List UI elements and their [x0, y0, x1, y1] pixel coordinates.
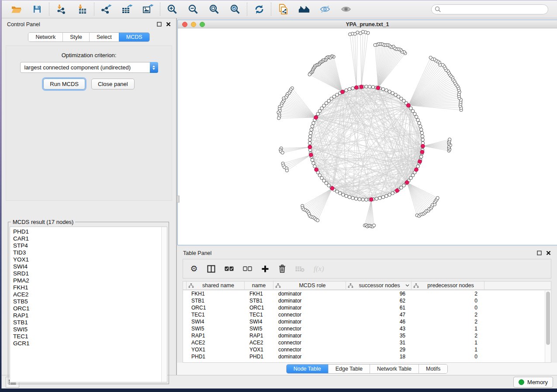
network-leaf-node[interactable] — [316, 219, 319, 222]
table-row[interactable]: RAP1RAP1dominator352 — [183, 332, 545, 339]
network-node[interactable] — [391, 92, 394, 95]
cell-name[interactable]: YOX1 — [245, 347, 273, 353]
cell-successor-nodes[interactable]: 43 — [346, 326, 412, 332]
mcds-hub-node[interactable] — [360, 85, 363, 89]
network-node[interactable] — [313, 165, 317, 168]
column-header-name[interactable]: name — [245, 282, 273, 289]
window-maximize-icon[interactable] — [200, 22, 205, 27]
mcds-result-item[interactable]: RAP1 — [13, 312, 167, 319]
network-node[interactable] — [421, 138, 425, 141]
cell-successor-nodes[interactable]: 61 — [346, 305, 412, 311]
network-node[interactable] — [316, 112, 320, 116]
network-graph[interactable] — [178, 28, 557, 245]
network-leaf-node[interactable] — [374, 44, 377, 47]
cell-predecessor-nodes[interactable]: 2 — [412, 319, 484, 325]
tab-select[interactable]: Select — [89, 33, 119, 41]
network-node[interactable] — [416, 165, 420, 168]
export-table-icon[interactable] — [121, 3, 133, 15]
network-node[interactable] — [348, 88, 351, 91]
cell-name[interactable]: FKH1 — [245, 291, 273, 297]
network-node[interactable] — [419, 125, 422, 128]
cell-shared-name[interactable]: PHD1 — [187, 354, 245, 360]
network-node[interactable] — [311, 125, 314, 128]
mcds-result-item[interactable]: SRD1 — [13, 270, 167, 277]
cell-predecessor-nodes[interactable]: 1 — [412, 326, 484, 332]
zoom-out-icon[interactable] — [187, 3, 199, 15]
columns-icon[interactable] — [207, 265, 215, 273]
mcds-hub-node[interactable] — [405, 181, 409, 185]
network-node[interactable] — [365, 85, 368, 89]
mcds-hub-node[interactable] — [314, 116, 318, 120]
mcds-hub-node[interactable] — [340, 90, 344, 94]
network-node[interactable] — [365, 198, 368, 202]
mcds-list-scrollbar[interactable] — [161, 227, 167, 382]
mcds-result-item[interactable]: TID3 — [13, 249, 167, 256]
table-row[interactable]: STB1STB1dominator620 — [183, 297, 545, 304]
cell-name[interactable]: SWI5 — [245, 326, 273, 332]
network-node[interactable] — [378, 196, 382, 200]
mcds-result-item[interactable]: ORC1 — [13, 305, 167, 312]
network-node[interactable] — [311, 158, 314, 162]
network-node[interactable] — [342, 193, 345, 196]
zoom-selected-icon[interactable] — [229, 3, 241, 15]
cell-successor-nodes[interactable]: 18 — [346, 354, 412, 360]
delete-icon[interactable] — [278, 265, 286, 273]
network-node[interactable] — [309, 131, 312, 135]
network-node[interactable] — [420, 131, 424, 135]
mcds-hub-node[interactable] — [308, 145, 312, 149]
column-header-shared-name[interactable]: shared name — [187, 282, 245, 289]
network-node[interactable] — [308, 141, 311, 145]
column-header-MCDS-role[interactable]: MCDS role — [273, 282, 346, 289]
network-node[interactable] — [336, 190, 339, 193]
network-node[interactable] — [371, 86, 375, 89]
cell-shared-name[interactable]: ORC1 — [187, 305, 245, 311]
mcds-result-item[interactable]: YOX1 — [13, 256, 167, 263]
cell-shared-name[interactable]: RAP1 — [187, 333, 245, 339]
network-node[interactable] — [421, 135, 424, 138]
table-row[interactable]: YOX1YOX1connector291 — [183, 346, 545, 353]
network-node[interactable] — [351, 86, 355, 90]
mcds-hub-node[interactable] — [414, 168, 418, 172]
mcds-hub-node[interactable] — [421, 144, 425, 148]
save-session-icon[interactable] — [31, 3, 43, 15]
cell-predecessor-nodes[interactable]: 0 — [412, 305, 484, 311]
cell-name[interactable]: RAP1 — [245, 333, 273, 339]
network-leaf-node[interactable] — [429, 56, 432, 59]
cell-shared-name[interactable]: TEC1 — [187, 312, 245, 318]
mcds-hub-node[interactable] — [395, 189, 399, 193]
search-input[interactable] — [431, 4, 548, 14]
cell-predecessor-nodes[interactable]: 2 — [412, 291, 484, 297]
cell-MCDS-role[interactable]: dominator — [273, 305, 346, 311]
first-neighbors-icon[interactable] — [298, 3, 310, 15]
mcds-hub-node[interactable] — [355, 86, 359, 89]
network-node[interactable] — [339, 192, 342, 195]
mcds-result-item[interactable]: GCR1 — [13, 340, 167, 347]
network-node[interactable] — [308, 135, 312, 138]
network-node[interactable] — [345, 194, 348, 198]
network-node[interactable] — [388, 193, 391, 196]
table-tab-network-table[interactable]: Network Table — [370, 364, 419, 373]
table-tab-node-table[interactable]: Node Table — [287, 364, 328, 373]
cell-name[interactable]: TEC1 — [245, 312, 273, 318]
column-header-successor-nodes[interactable]: successor nodes — [346, 282, 412, 289]
gear-icon[interactable]: ⚙ — [190, 265, 198, 273]
cell-shared-name[interactable]: ACE2 — [187, 340, 245, 346]
close-panel-button[interactable]: Close panel — [91, 79, 135, 89]
cell-MCDS-role[interactable]: connector — [273, 340, 346, 346]
network-node[interactable] — [394, 93, 398, 96]
network-node[interactable] — [418, 121, 421, 125]
select-all-icon[interactable] — [225, 266, 234, 271]
network-node[interactable] — [388, 90, 391, 93]
mcds-hub-node[interactable] — [420, 150, 424, 154]
network-node[interactable] — [419, 155, 423, 158]
import-network-icon[interactable] — [55, 3, 67, 15]
network-node[interactable] — [345, 89, 348, 92]
network-node[interactable] — [361, 198, 365, 201]
network-node[interactable] — [381, 196, 385, 199]
apply-layout-icon[interactable] — [253, 3, 265, 15]
mcds-hub-node[interactable] — [376, 86, 380, 90]
vertical-splitter-handle[interactable] — [176, 196, 180, 203]
table-row[interactable]: FKH1FKH1dominator962 — [183, 290, 545, 297]
cell-name[interactable]: SWI4 — [245, 319, 273, 325]
run-mcds-button[interactable]: Run MCDS — [43, 79, 85, 89]
